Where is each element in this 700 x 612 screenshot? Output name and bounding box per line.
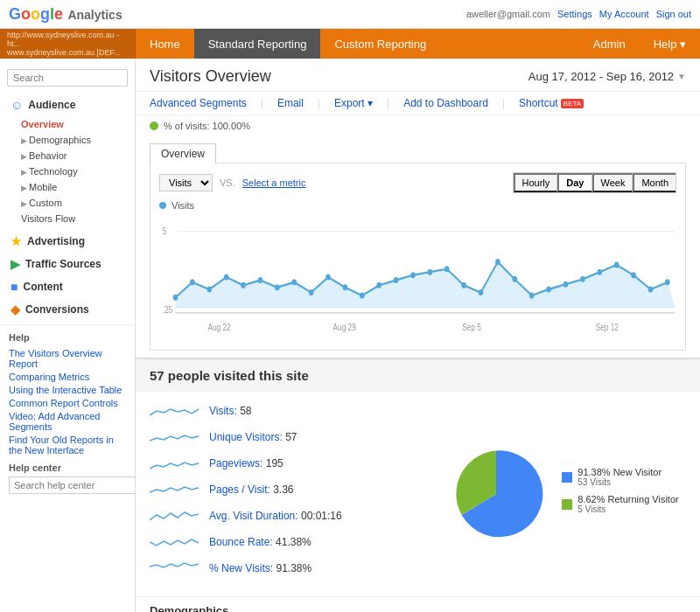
site-selector[interactable]: http://www.sydneyslive.com.au - ht... ww… xyxy=(0,29,136,59)
email-btn[interactable]: Email xyxy=(277,97,304,109)
add-to-dashboard-btn[interactable]: Add to Dashboard xyxy=(403,97,488,109)
svg-text:Sep 5: Sep 5 xyxy=(462,322,481,332)
stat-link-bounce[interactable]: Bounce Rate: xyxy=(209,536,273,548)
sidebar-item-traffic-sources[interactable]: ▶ Traffic Sources xyxy=(0,253,135,275)
chart-container: Visits VS. Select a metric Hourly Day We… xyxy=(150,163,686,351)
help-link-5[interactable]: Find Your Old Reports in the New Interfa… xyxy=(9,435,126,456)
legend-new-visitor: 91.38% New Visitor 53 Visits xyxy=(562,467,678,487)
beta-badge: BETA xyxy=(561,99,584,108)
legend-returning-visitor: 8.62% Returning Visitor 5 Visits xyxy=(562,494,678,514)
visits-select[interactable]: Visits xyxy=(159,174,213,191)
advanced-segments-btn[interactable]: Advanced Segments xyxy=(150,97,247,109)
sidebar-sub-mobile[interactable]: ▶Mobile xyxy=(0,179,135,195)
sidebar-sub-custom[interactable]: ▶Custom xyxy=(0,195,135,211)
svg-text:5: 5 xyxy=(163,226,167,236)
settings-link[interactable]: Settings xyxy=(557,9,592,19)
help-link-1[interactable]: Comparing Metrics xyxy=(9,372,126,382)
visits-filter: % of visits: 100.00% xyxy=(136,115,700,136)
toolbar-divider-3: | xyxy=(387,97,389,109)
help-search: Go xyxy=(9,476,126,494)
stat-label-pageviews: Pageviews: 195 xyxy=(209,457,284,469)
sparkline-unique xyxy=(150,428,202,446)
logo-analytics: Analytics xyxy=(65,8,122,22)
sidebar-sub-behavior[interactable]: ▶Behavior xyxy=(0,148,135,163)
returning-visitor-label: 8.62% Returning Visitor xyxy=(578,494,678,504)
sidebar-item-advertising[interactable]: ★ Advertising xyxy=(0,230,135,253)
stat-link-unique[interactable]: Unique Visitors: xyxy=(209,431,283,443)
time-day[interactable]: Day xyxy=(557,173,592,192)
search-box xyxy=(7,69,128,87)
export-btn[interactable]: Export ▾ xyxy=(334,97,373,109)
site-url-2: www.sydneyslive.com.au [DEF... xyxy=(7,48,128,57)
svg-text:Sep 12: Sep 12 xyxy=(596,322,619,332)
stat-link-new-visits[interactable]: % New Visits: xyxy=(209,562,273,574)
chart-legend: Visits xyxy=(159,200,676,211)
svg-text:.25: .25 xyxy=(163,304,173,315)
overview-tab[interactable]: Overview xyxy=(150,143,216,163)
help-search-input[interactable] xyxy=(9,476,136,494)
legend-dot xyxy=(159,202,166,209)
user-email: aweller@gmail.com xyxy=(466,9,550,19)
nav-admin[interactable]: Admin xyxy=(579,29,640,59)
toolbar-divider-4: | xyxy=(502,97,505,109)
sidebar-sub-demographics[interactable]: ▶Demographics xyxy=(0,132,135,148)
time-week[interactable]: Week xyxy=(592,173,634,192)
svg-point-16 xyxy=(376,282,382,289)
legend-text-returning: 8.62% Returning Visitor 5 Visits xyxy=(578,494,678,514)
sparkline-duration xyxy=(150,507,202,525)
help-link-0[interactable]: The Visitors Overview Report xyxy=(9,348,126,369)
stat-value-bounce: 41.38% xyxy=(276,536,312,548)
my-account-link[interactable]: My Account xyxy=(599,9,649,19)
svg-point-18 xyxy=(410,272,416,278)
sidebar-item-conversions[interactable]: ◆ Conversions xyxy=(0,298,135,321)
shortcut-btn[interactable]: Shortcut BETA xyxy=(519,97,584,109)
help-link-3[interactable]: Common Report Controls xyxy=(9,398,126,408)
returning-visitor-sub: 5 Visits xyxy=(578,504,678,514)
triangle-icon-2: ▶ xyxy=(21,152,27,161)
sparkline-pages xyxy=(150,481,202,498)
nav-standard-reporting[interactable]: Standard Reporting xyxy=(194,29,321,59)
sparkline-pageviews xyxy=(150,455,202,472)
advertising-label: Advertising xyxy=(27,235,85,247)
audience-icon: ☺ xyxy=(10,98,23,112)
summary-headline: 57 people visited this site xyxy=(150,368,309,383)
sign-out-link[interactable]: Sign out xyxy=(656,9,691,19)
sidebar-item-content[interactable]: ■ Content xyxy=(0,275,135,298)
stat-label-duration: Avg. Visit Duration: 00:01:16 xyxy=(209,510,342,522)
stat-link-duration[interactable]: Avg. Visit Duration: xyxy=(209,510,298,522)
help-section: Help The Visitors Overview Report Compar… xyxy=(0,324,135,501)
audience-label: Audience xyxy=(28,99,75,111)
stat-label-pages-visit: Pages / Visit: 3.36 xyxy=(209,483,294,496)
stat-link-pageviews[interactable]: Pageviews: xyxy=(209,457,262,469)
svg-point-22 xyxy=(479,289,484,296)
select-metric-link[interactable]: Select a metric xyxy=(242,177,306,188)
date-range-text: Aug 17, 2012 - Sep 16, 2012 xyxy=(528,70,674,83)
triangle-icon-3: ▶ xyxy=(21,168,27,177)
sidebar-item-audience[interactable]: ☺ Audience xyxy=(0,94,135,116)
visits-filter-label: % of visits: 100.00% xyxy=(164,121,250,131)
time-month[interactable]: Month xyxy=(633,173,676,192)
svg-point-24 xyxy=(513,276,518,282)
date-range[interactable]: Aug 17, 2012 - Sep 16, 2012 ▼ xyxy=(528,70,686,83)
svg-point-14 xyxy=(343,284,348,290)
svg-point-19 xyxy=(428,269,433,275)
search-input[interactable] xyxy=(7,69,128,87)
help-link-4[interactable]: Video: Add Advanced Segments xyxy=(9,411,126,432)
svg-point-13 xyxy=(326,275,331,281)
sidebar-sub-overview[interactable]: Overview xyxy=(0,116,135,132)
svg-point-30 xyxy=(614,262,620,268)
nav-help[interactable]: Help ▾ xyxy=(640,29,700,59)
stat-link-pages-visit[interactable]: Pages / Visit: xyxy=(209,483,270,496)
sidebar-sub-technology[interactable]: ▶Technology xyxy=(0,163,135,179)
time-hourly[interactable]: Hourly xyxy=(514,173,558,192)
help-link-2[interactable]: Using the Interactive Table xyxy=(9,385,126,395)
stat-value-new-visits: 91.38% xyxy=(276,562,312,574)
stat-link-visits[interactable]: Visits: xyxy=(209,405,237,417)
pie-legend: 91.38% New Visitor 53 Visits 8.62% Retur… xyxy=(562,467,678,521)
sidebar-sub-visitors-flow[interactable]: Visitors Flow xyxy=(0,211,135,226)
nav-home[interactable]: Home xyxy=(136,29,194,59)
nav-custom-reporting[interactable]: Custom Reporting xyxy=(320,29,440,59)
content-area: Visitors Overview Aug 17, 2012 - Sep 16,… xyxy=(136,59,700,612)
content-icon: ■ xyxy=(10,280,18,294)
vs-text: VS. xyxy=(220,177,235,188)
